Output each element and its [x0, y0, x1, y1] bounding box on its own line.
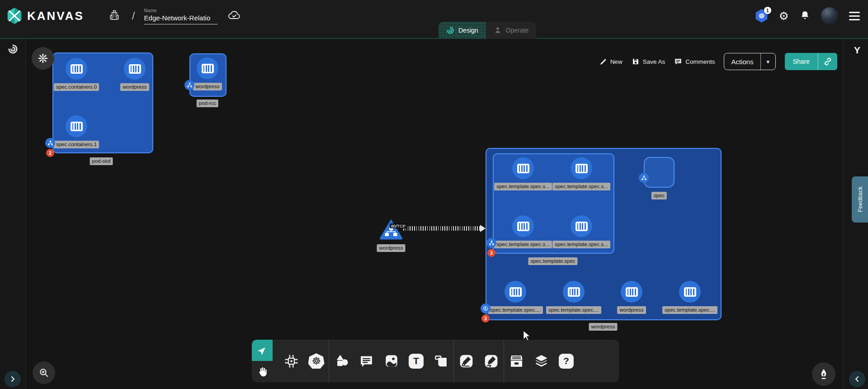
deployment-badge-icon[interactable] [481, 304, 491, 313]
actions-dropdown-button[interactable]: Actions ▾ [724, 53, 775, 70]
pod-skd-count-badge[interactable]: 2 [46, 149, 54, 157]
service-edge[interactable] [403, 226, 480, 231]
kanvas-logo[interactable]: KANVAS [6, 7, 84, 24]
feedback-tab[interactable]: Feedback [852, 176, 868, 223]
container-node-bottom-1[interactable]: spec.template.spec.... [547, 281, 601, 314]
container-node-template-0[interactable]: spec.template.spec.s... [496, 157, 550, 190]
container-icon [571, 157, 592, 179]
archive-drawer-tool[interactable] [504, 353, 529, 369]
save-as-label: Save As [643, 58, 665, 65]
node-label: spec.template.spec.s... [494, 241, 552, 248]
history-spiral-icon[interactable] [8, 44, 18, 56]
help-tool[interactable]: ? [554, 354, 579, 369]
node-label: wordpress [193, 83, 222, 90]
comment-icon [674, 57, 682, 66]
design-spiral-icon [446, 26, 454, 34]
text-tool-glyph: T [409, 354, 424, 369]
edge-port-label: 80/TCP [390, 223, 407, 228]
container-node-template-1[interactable]: spec.template.spec.s... [554, 157, 609, 190]
comments-button[interactable]: Comments [674, 57, 715, 66]
design-name-field[interactable]: Name Edge-Network-Relatio [144, 8, 217, 24]
spec-node[interactable] [644, 157, 675, 188]
freehand-draw-tool[interactable] [479, 353, 504, 369]
help-glyph: ? [559, 354, 574, 369]
design-action-bar: New Save As Comments Actions ▾ Share [599, 53, 837, 70]
kubernetes-components-tool[interactable]: ☸ [304, 353, 329, 369]
chevron-down-icon[interactable]: ▾ [761, 53, 775, 70]
share-label: Share [785, 53, 818, 70]
pan-hand-tool-button[interactable] [252, 361, 273, 382]
copy-link-icon[interactable] [818, 53, 837, 70]
save-as-button[interactable]: Save As [632, 57, 665, 66]
service-node-label: wordpress [377, 244, 405, 252]
pod-skd-sitemap-badge-icon[interactable] [45, 138, 55, 148]
integrations-circuit-tool[interactable] [279, 353, 304, 369]
notifications-bell-icon[interactable] [800, 10, 810, 22]
shapes-tool[interactable] [329, 353, 354, 369]
save-icon [632, 57, 640, 66]
text-tool[interactable]: T [404, 354, 429, 369]
node-label: wordpress [617, 306, 646, 314]
node-label: spec.template.spec.... [488, 306, 543, 314]
zoom-search-button[interactable] [33, 361, 55, 384]
expand-left-panel-button[interactable] [5, 371, 21, 387]
workspace-icon[interactable] [108, 9, 120, 23]
name-label: Name [144, 8, 217, 13]
k8s-context-button[interactable]: ☸ 1 [755, 9, 768, 23]
pen-line-tool[interactable] [454, 353, 479, 369]
mode-tabs: Design Operate [439, 22, 536, 39]
container-icon [679, 281, 701, 303]
cloud-saved-icon [227, 9, 241, 22]
settings-gear-icon[interactable]: ⚙ [779, 10, 789, 22]
brand-name: KANVAS [27, 9, 84, 23]
header-left: KANVAS / Name Edge-Network-Relatio [0, 0, 241, 32]
template-count-badge[interactable]: 3 [487, 249, 495, 257]
app-header: KANVAS / Name Edge-Network-Relatio ☸ 1 ⚙ [0, 0, 868, 39]
pen-nib-button[interactable] [812, 362, 835, 386]
container-node-template-2[interactable]: spec.template.spec.s... [496, 215, 550, 248]
container-icon [512, 215, 534, 237]
pod-rcc-sitemap-badge-icon[interactable] [184, 80, 194, 90]
container-node-spec-containers-0[interactable]: spec.containers.0 [49, 58, 104, 91]
service-node-wordpress[interactable] [378, 218, 404, 240]
yaml-toggle-icon[interactable]: Y [849, 45, 865, 56]
actions-divider [760, 53, 761, 70]
container-node-bottom-3[interactable]: spec.template.spec.... [663, 281, 717, 314]
container-icon [66, 58, 87, 80]
container-node-bottom-0[interactable]: spec.template.spec.... [488, 281, 542, 314]
new-button[interactable]: New [599, 58, 623, 66]
container-node-spec-containers-1[interactable]: spec.containers.1 [49, 115, 104, 148]
operate-person-icon [494, 26, 502, 34]
collapse-right-panel-button[interactable] [849, 371, 865, 387]
breadcrumb-separator: / [132, 9, 135, 22]
container-node-template-3[interactable]: spec.template.spec.s... [554, 215, 609, 248]
tab-operate[interactable]: Operate [486, 22, 537, 39]
node-label: wordpress [120, 83, 149, 91]
share-button[interactable]: Share [785, 53, 837, 70]
container-node-bottom-wordpress[interactable]: wordpress [604, 281, 659, 314]
select-tool-button[interactable] [252, 340, 273, 361]
pencil-icon [599, 58, 607, 66]
comment-tool[interactable] [354, 354, 379, 369]
user-avatar[interactable] [821, 7, 838, 24]
hamburger-menu-icon[interactable] [849, 12, 860, 20]
gear-node[interactable] [32, 47, 54, 70]
container-icon [505, 281, 526, 303]
spec-sitemap-badge-icon[interactable] [639, 173, 649, 183]
container-node-wordpress[interactable]: wordpress [108, 58, 162, 91]
template-sitemap-badge-icon[interactable] [486, 238, 496, 248]
tab-operate-label: Operate [506, 27, 529, 34]
layers-tool[interactable] [529, 353, 554, 369]
node-label: spec.template.spec.s... [552, 241, 610, 248]
new-label: New [610, 58, 623, 65]
container-icon [512, 157, 534, 179]
container-icon [621, 281, 642, 303]
node-label: spec.template.spec.s... [552, 183, 610, 190]
image-tool[interactable] [379, 353, 404, 369]
deployment-count-badge[interactable]: 3 [481, 314, 490, 323]
container-icon [197, 57, 218, 79]
sticky-note-tool[interactable] [429, 354, 453, 369]
tab-design[interactable]: Design [439, 22, 486, 39]
toolbar-mode-column [252, 340, 273, 382]
name-input[interactable]: Edge-Network-Relatio [144, 14, 217, 24]
